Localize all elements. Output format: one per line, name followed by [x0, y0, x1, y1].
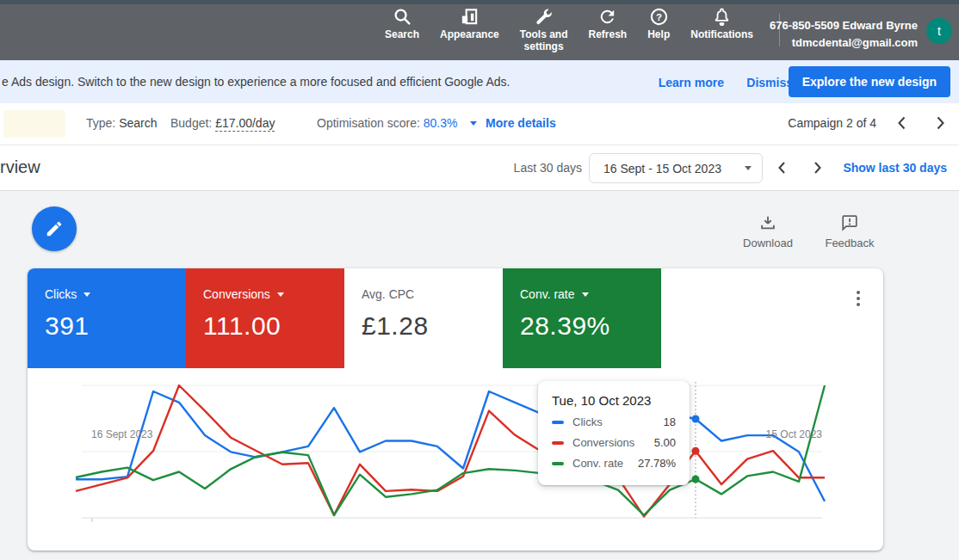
- scorecard-conv-rate[interactable]: Conv. rate 28.39%: [503, 268, 661, 368]
- metric-caret-icon: [277, 292, 284, 297]
- tools-wrench-icon: [534, 7, 554, 27]
- chevron-down-icon: [470, 121, 477, 126]
- optimisation-score: Optimisation score: 80.3%: [317, 116, 457, 130]
- x-axis-label-start: 16 Sept 2023: [91, 428, 152, 440]
- campaign-name-redacted: [3, 110, 65, 138]
- banner-message: e Ads design. Switch to the new design t…: [2, 75, 510, 89]
- tooltip-row-conversions: Conversions 5.00: [552, 436, 676, 449]
- overview-header-bar: rview Last 30 days 16 Sept - 15 Oct 2023…: [0, 145, 959, 191]
- topbar-item-search[interactable]: Search: [385, 7, 419, 41]
- highlight-dot-clicks: [692, 415, 700, 423]
- page-title: rview: [0, 157, 40, 177]
- tooltip-row-conv-rate: Conv. rate 27.78%: [552, 457, 676, 470]
- new-design-banner: e Ads design. Switch to the new design t…: [0, 60, 959, 103]
- appearance-icon: [460, 7, 480, 27]
- campaign-type: Type: Search: [86, 116, 158, 130]
- card-options-kebab-button[interactable]: [851, 291, 866, 310]
- more-details-toggle[interactable]: More details: [470, 116, 556, 130]
- feedback-icon: [840, 213, 859, 232]
- highlight-dot-conversions: [692, 447, 700, 455]
- highlight-dot-conv-rate: [692, 476, 700, 483]
- overview-content: Download Feedback Clicks 391 Conversions…: [0, 191, 959, 560]
- campaign-budget: Budget: £17.00/day: [170, 116, 275, 130]
- edit-fab-button[interactable]: [32, 206, 77, 251]
- account-email: tdmcdental@gmail.com: [770, 34, 918, 52]
- dismiss-link[interactable]: Dismiss: [746, 76, 793, 89]
- x-axis-label-end: 15 Oct 2023: [690, 428, 822, 440]
- help-icon: ?: [649, 7, 669, 27]
- top-navigation-bar: Search Appearance Tools and settings Ref…: [0, 0, 959, 60]
- chart-tooltip: Tue, 10 Oct 2023 Clicks 18 Conversions 5…: [538, 381, 690, 485]
- topbar-item-tools[interactable]: Tools and settings: [520, 7, 568, 53]
- chevron-right-icon: [808, 159, 826, 176]
- show-last-30-days-link[interactable]: Show last 30 days: [843, 161, 947, 175]
- clicks-series-swatch: [552, 421, 564, 424]
- scorecard-conversions-value: 111.00: [203, 311, 344, 341]
- chevron-left-icon: [774, 159, 791, 176]
- date-range-label: Last 30 days: [514, 161, 582, 175]
- refresh-icon: [597, 7, 617, 27]
- tooltip-row-clicks: Clicks 18: [552, 415, 676, 428]
- pencil-icon: [45, 219, 64, 238]
- conversions-series-swatch: [552, 441, 564, 445]
- topbar-item-label: Tools and settings: [520, 29, 568, 53]
- scorecard-conversions[interactable]: Conversions 111.00: [186, 268, 344, 368]
- date-range-selector[interactable]: 16 Sept - 15 Oct 2023: [589, 153, 763, 183]
- date-range-value: 16 Sept - 15 Oct 2023: [603, 162, 745, 175]
- explore-new-design-button[interactable]: Explore the new design: [789, 66, 950, 97]
- budget-value[interactable]: £17.00/day: [215, 116, 275, 132]
- topbar-item-help[interactable]: ? Help: [647, 7, 670, 41]
- download-label: Download: [743, 237, 793, 249]
- dropdown-caret-icon: [745, 166, 752, 170]
- topbar-item-refresh[interactable]: Refresh: [589, 7, 628, 41]
- topbar-item-label: Refresh: [589, 29, 628, 41]
- scorecard-clicks-value: 391: [45, 311, 186, 341]
- campaign-info-bar: Type: Search Budget: £17.00/day Optimisa…: [0, 103, 959, 145]
- bell-icon: [712, 7, 732, 27]
- topbar-item-label: Search: [385, 29, 419, 41]
- feedback-button[interactable]: Feedback: [819, 213, 881, 249]
- account-id-name: 676-850-5509 Edward Byrne: [770, 17, 918, 34]
- download-icon: [758, 213, 777, 232]
- next-period-button[interactable]: [808, 159, 826, 180]
- scorecard-avg-cpc[interactable]: Avg. CPC £1.28: [344, 268, 503, 368]
- conv-rate-series-swatch: [552, 462, 564, 465]
- topbar-item-appearance[interactable]: Appearance: [440, 7, 499, 41]
- learn-more-link[interactable]: Learn more: [659, 76, 724, 89]
- next-campaign-button[interactable]: [931, 114, 949, 135]
- metric-caret-icon: [84, 292, 90, 297]
- series-line-conversions: [76, 385, 825, 516]
- campaign-pager-label: Campaign 2 of 4: [788, 116, 876, 130]
- previous-period-button[interactable]: [774, 159, 791, 180]
- avatar[interactable]: t: [926, 18, 952, 44]
- timeseries-chart[interactable]: [28, 361, 883, 532]
- search-icon: [393, 7, 412, 27]
- scorecard-conv-rate-value: 28.39%: [520, 311, 661, 341]
- topbar-menu: Search Appearance Tools and settings Ref…: [385, 7, 753, 58]
- chevron-right-icon: [931, 114, 949, 132]
- tooltip-date: Tue, 10 Oct 2023: [552, 393, 676, 408]
- previous-campaign-button[interactable]: [894, 114, 911, 135]
- topbar-item-label: Notifications: [690, 29, 753, 41]
- google-ads-app: Search Appearance Tools and settings Ref…: [0, 0, 959, 560]
- topbar-item-label: Help: [647, 29, 670, 41]
- download-button[interactable]: Download: [737, 213, 799, 249]
- topbar-item-notifications[interactable]: Notifications: [690, 7, 753, 41]
- scorecard-clicks[interactable]: Clicks 391: [28, 268, 186, 368]
- feedback-label: Feedback: [825, 237, 874, 249]
- series-line-conv-rate: [76, 385, 825, 515]
- scorecard-avg-cpc-value: £1.28: [362, 311, 503, 341]
- overview-chart-card: Clicks 391 Conversions 111.00 Avg. CPC £…: [28, 268, 883, 551]
- svg-text:?: ?: [656, 12, 662, 22]
- account-info[interactable]: 676-850-5509 Edward Byrne tdmcdental@gma…: [770, 17, 918, 51]
- chart-canvas[interactable]: [28, 361, 883, 532]
- window-top-strip: [0, 0, 959, 4]
- chevron-left-icon: [894, 114, 911, 132]
- metric-caret-icon: [582, 292, 589, 297]
- topbar-item-label: Appearance: [440, 29, 499, 41]
